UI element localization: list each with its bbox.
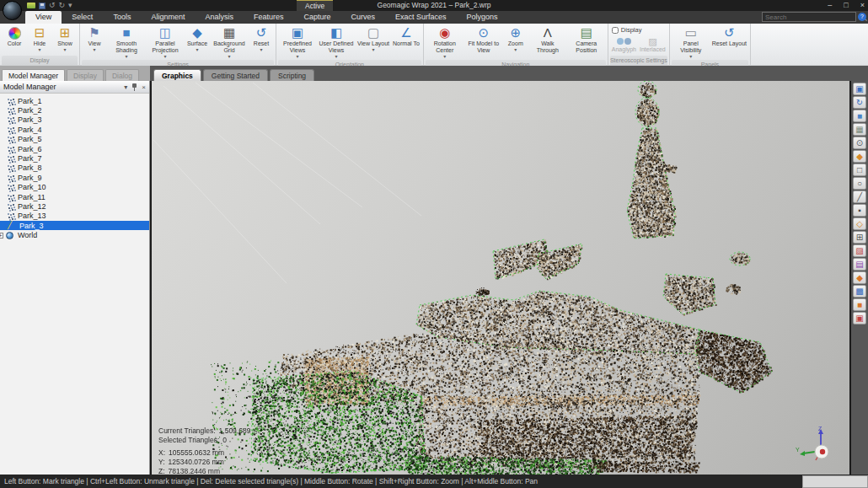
select-custom-region-icon[interactable]: ⊞ <box>853 231 866 244</box>
tree-item-park-13[interactable]: Park_13 <box>0 212 149 221</box>
dropdown-arrow-icon[interactable]: ▾ <box>372 47 375 52</box>
tree-item-park-7[interactable]: Park_7 <box>0 153 149 163</box>
dropdown-arrow-icon[interactable]: ▾ <box>443 54 446 59</box>
menu-tab-view[interactable]: View <box>25 11 62 24</box>
tree-item-park-3[interactable]: Park_3 <box>0 115 149 125</box>
menu-tab-exact-surfaces[interactable]: Exact Surfaces <box>385 11 457 24</box>
dropdown-arrow-icon[interactable]: ▾ <box>163 54 166 59</box>
grid-display-icon[interactable]: ▦ <box>853 123 866 136</box>
dropdown-arrow-icon[interactable]: ▾ <box>63 47 66 52</box>
tree-item-world[interactable]: +World <box>0 230 149 239</box>
tree-item-park-6[interactable]: Park_6 <box>0 144 149 153</box>
dropdown-arrow-icon[interactable]: ▾ <box>689 54 692 59</box>
maximize-button[interactable]: □ <box>844 0 848 11</box>
rotation-center-button[interactable]: ◉Rotation Center▾ <box>426 24 464 59</box>
tree-item-park-2[interactable]: Park_2 <box>0 105 149 115</box>
dropdown-arrow-icon[interactable]: ▾ <box>125 54 127 59</box>
shading-icon[interactable]: ■ <box>853 110 866 122</box>
tree-item-park-3[interactable]: ╱Park_3 <box>0 221 149 230</box>
menu-tab-curves[interactable]: Curves <box>341 11 386 24</box>
minimize-button[interactable]: – <box>828 0 832 11</box>
select-visible-icon[interactable]: ◆ <box>853 150 866 163</box>
viewport-tab-getting-started[interactable]: Getting Started <box>203 69 268 82</box>
viewport-tab-graphics[interactable]: Graphics <box>153 69 201 82</box>
panel-tab-model-manager[interactable]: Model Manager <box>2 69 65 82</box>
stereo-display-checkbox[interactable]: Display <box>610 24 667 35</box>
select-through-icon[interactable]: ▤ <box>853 258 866 271</box>
dropdown-arrow-icon[interactable]: ▾ <box>228 54 230 59</box>
tree-item-park-1[interactable]: Park_1 <box>0 96 149 105</box>
panel-close-icon[interactable]: × <box>142 83 146 91</box>
panel-menu-icon[interactable]: ▾ <box>124 83 127 91</box>
surface-button[interactable]: ◆Surface▾ <box>185 24 210 59</box>
deselect-icon[interactable]: ▨ <box>853 244 866 257</box>
help-button[interactable]: ? <box>858 13 866 21</box>
menu-tab-tools[interactable]: Tools <box>103 11 141 24</box>
material-icon[interactable]: ■ <box>853 298 866 311</box>
color-button[interactable]: Color <box>2 24 27 55</box>
tree-item-park-12[interactable]: Park_12 <box>0 201 149 211</box>
panel-tab-dialog[interactable]: Dialog <box>105 69 139 82</box>
menu-tab-features[interactable]: Features <box>244 11 294 24</box>
polygon-object-icon: ╱ <box>8 222 18 229</box>
menu-tab-polygons[interactable]: Polygons <box>457 11 508 24</box>
fit-model-to-view-button[interactable]: ⊙Fit Model to View <box>464 24 503 59</box>
tree-item-park-8[interactable]: Park_8 <box>0 164 149 173</box>
color-mode-icon[interactable]: ▣ <box>853 312 866 324</box>
camera-position-button[interactable]: ▤Camera Position <box>567 24 606 59</box>
parallel-projection-button[interactable]: ◫Parallel Projection▾ <box>146 24 185 59</box>
search-input[interactable] <box>763 13 860 21</box>
close-button[interactable]: × <box>860 0 865 11</box>
dropdown-arrow-icon[interactable]: ▾ <box>514 47 517 52</box>
tree-item-park-9[interactable]: Park_9 <box>0 173 149 182</box>
pin-icon[interactable] <box>131 83 137 91</box>
app-logo-icon[interactable] <box>3 1 22 20</box>
menu-tab-capture[interactable]: Capture <box>293 11 340 24</box>
dropdown-arrow-icon[interactable]: ▾ <box>296 54 298 59</box>
view-layout-button[interactable]: ▢View Layout▾ <box>356 24 391 59</box>
zoom-button[interactable]: ⊕Zoom▾ <box>503 24 528 59</box>
zoom-window-icon[interactable]: ▣ <box>853 83 866 95</box>
view-button[interactable]: ⚑View▾ <box>82 24 107 59</box>
select-rectangle-icon[interactable]: □ <box>853 164 866 176</box>
select-backface-icon[interactable]: ◆ <box>853 271 866 284</box>
dropdown-arrow-icon[interactable]: ▾ <box>335 54 337 59</box>
lighting-icon[interactable]: ▩ <box>853 285 866 298</box>
walk-through-button[interactable]: ΛWalk Through <box>528 24 567 59</box>
select-lasso-icon[interactable]: ◇ <box>853 217 866 230</box>
panel-visibility-button[interactable]: ▭Panel Visibility▾ <box>672 24 710 59</box>
select-ellipse-icon[interactable]: ○ <box>853 177 866 190</box>
smooth-shading-button[interactable]: ■Smooth Shading▾ <box>107 24 146 59</box>
select-line-icon[interactable]: ╱ <box>853 190 866 203</box>
normal-to-button[interactable]: ∠Normal To <box>391 24 421 59</box>
menu-tab-analysis[interactable]: Analysis <box>195 11 244 24</box>
interlaced-button[interactable]: ▨Interlaced <box>638 35 667 55</box>
point-cloud-canvas[interactable] <box>152 81 849 475</box>
tree-item-park-4[interactable]: Park_4 <box>0 125 149 134</box>
dropdown-arrow-icon[interactable]: ▾ <box>93 47 95 52</box>
dropdown-arrow-icon[interactable]: ▾ <box>260 47 262 52</box>
background-grid-button[interactable]: ▦Background Grid▾ <box>210 24 249 59</box>
tree-item-park-11[interactable]: Park_11 <box>0 192 149 201</box>
show-button[interactable]: ⊞Show▾ <box>52 24 78 55</box>
graphics-viewport[interactable]: Current Triangles:1,509,689 Selected Tri… <box>152 81 849 475</box>
dropdown-arrow-icon[interactable]: ▾ <box>38 47 40 52</box>
anaglyph-button[interactable]: Anaglyph <box>610 35 638 55</box>
dropdown-arrow-icon[interactable]: ▾ <box>196 47 198 52</box>
stereo-display-checkbox-input[interactable] <box>612 27 619 34</box>
tree-item-park-5[interactable]: Park_5 <box>0 135 149 144</box>
menu-tab-select[interactable]: Select <box>62 11 103 24</box>
reset-button[interactable]: ↺Reset▾ <box>249 24 274 59</box>
select-paintbrush-icon[interactable]: ▪ <box>853 204 866 217</box>
magnify-icon[interactable]: ⊙ <box>853 137 866 149</box>
hide-button[interactable]: ⊟Hide▾ <box>27 24 52 55</box>
reset-layout-button[interactable]: ↺Reset Layout <box>710 24 748 59</box>
viewport-tab-scripting[interactable]: Scripting <box>270 69 314 82</box>
expander-icon[interactable]: + <box>0 233 3 239</box>
rotate-view-icon[interactable]: ↻ <box>853 96 866 109</box>
predefined-views-button[interactable]: ▣Predefined Views▾ <box>278 24 317 59</box>
user-defined-views-button[interactable]: ◧User Defined Views▾ <box>317 24 356 59</box>
tree-item-park-10[interactable]: Park_10 <box>0 183 149 192</box>
panel-tab-display[interactable]: Display <box>67 69 104 82</box>
menu-tab-alignment[interactable]: Alignment <box>141 11 195 24</box>
